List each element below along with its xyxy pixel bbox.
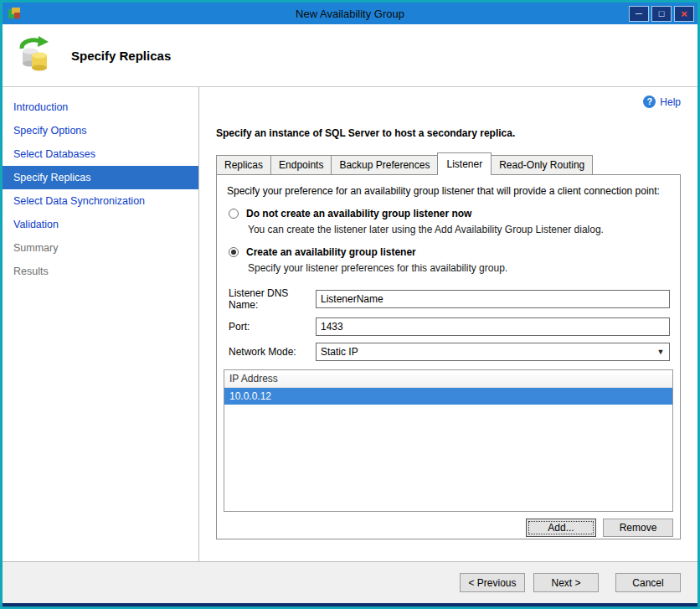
sidebar-item-select-databases[interactable]: Select Databases — [3, 142, 198, 166]
tab-read-only-routing[interactable]: Read-Only Routing — [491, 155, 593, 174]
help-icon: ? — [643, 95, 656, 108]
sidebar-item-summary: Summary — [3, 236, 198, 260]
radio-checked-icon[interactable] — [229, 247, 239, 257]
window-title: New Availability Group — [3, 8, 697, 20]
tab-backup-preferences[interactable]: Backup Preferences — [331, 155, 438, 174]
port-label: Port: — [229, 321, 316, 333]
network-mode-row: Network Mode: Static IP ▼ — [229, 343, 670, 361]
listener-tab-panel: Specify your preference for an availabil… — [216, 174, 681, 539]
radio-create-listener-description: Specify your listener preferences for th… — [248, 262, 680, 274]
port-input[interactable] — [316, 317, 670, 336]
tab-replicas[interactable]: Replicas — [216, 155, 271, 174]
window-bottom-edge — [3, 603, 697, 606]
close-button[interactable]: × — [674, 6, 694, 22]
network-mode-value: Static IP — [321, 346, 358, 358]
dialog-footer: < Previous Next > Cancel — [3, 561, 697, 603]
dns-name-input[interactable] — [316, 290, 670, 308]
titlebar[interactable]: New Availability Group ─ □ × — [3, 3, 697, 24]
sidebar-item-specify-replicas[interactable]: Specify Replicas — [3, 166, 198, 189]
help-link[interactable]: ? Help — [643, 95, 681, 108]
window-controls: ─ □ × — [626, 6, 694, 22]
radio-no-listener-description: You can create the listener later using … — [248, 224, 680, 235]
sidebar-item-results: Results — [3, 260, 198, 283]
preference-text: Specify your preference for an availabil… — [227, 185, 672, 197]
wizard-steps-sidebar: Introduction Specify Options Select Data… — [3, 87, 199, 561]
help-label: Help — [660, 96, 681, 108]
dns-name-label: Listener DNS Name: — [229, 287, 316, 311]
ip-list-buttons: Add... Remove — [217, 519, 673, 537]
instruction-text: Specify an instance of SQL Server to hos… — [216, 127, 681, 139]
ip-address-column-header: IP Address — [224, 370, 672, 388]
network-mode-select[interactable]: Static IP ▼ — [316, 343, 670, 361]
next-button[interactable]: Next > — [533, 573, 599, 592]
tab-endpoints[interactable]: Endpoints — [270, 155, 332, 174]
radio-no-listener[interactable]: Do not create an availability group list… — [229, 208, 680, 219]
wizard-header: Specify Replicas — [3, 24, 697, 87]
dialog-body: Introduction Specify Options Select Data… — [3, 87, 697, 561]
maximize-button[interactable]: □ — [651, 6, 672, 22]
sidebar-item-introduction[interactable]: Introduction — [3, 95, 198, 119]
sidebar-item-specify-options[interactable]: Specify Options — [3, 119, 198, 142]
database-sync-icon — [16, 35, 54, 76]
radio-create-listener[interactable]: Create an availability group listener — [229, 246, 680, 258]
sidebar-item-validation[interactable]: Validation — [3, 213, 198, 236]
chevron-down-icon[interactable]: ▼ — [653, 344, 668, 359]
ip-address-list: IP Address 10.0.0.12 — [224, 369, 673, 512]
page-title: Specify Replicas — [71, 49, 171, 63]
minimize-button[interactable]: ─ — [629, 6, 649, 22]
cancel-button[interactable]: Cancel — [615, 573, 681, 592]
tab-listener[interactable]: Listener — [437, 152, 492, 175]
tab-strip: Replicas Endpoints Backup Preferences Li… — [216, 152, 681, 174]
radio-create-listener-label: Create an availability group listener — [246, 246, 416, 258]
app-icon — [8, 7, 21, 20]
ip-address-row[interactable]: 10.0.0.12 — [224, 388, 672, 405]
remove-button[interactable]: Remove — [603, 519, 673, 537]
previous-button[interactable]: < Previous — [460, 573, 525, 592]
new-availability-group-dialog: New Availability Group ─ □ × Specify Rep… — [0, 0, 700, 609]
radio-unchecked-icon[interactable] — [229, 209, 239, 219]
port-row: Port: — [229, 317, 670, 336]
main-panel: ? Help Specify an instance of SQL Server… — [199, 87, 697, 561]
dns-name-row: Listener DNS Name: — [229, 287, 670, 311]
radio-no-listener-label: Do not create an availability group list… — [246, 208, 471, 219]
sidebar-item-select-data-synchronization[interactable]: Select Data Synchronization — [3, 189, 198, 213]
add-button[interactable]: Add... — [526, 519, 596, 537]
network-mode-label: Network Mode: — [229, 346, 316, 358]
